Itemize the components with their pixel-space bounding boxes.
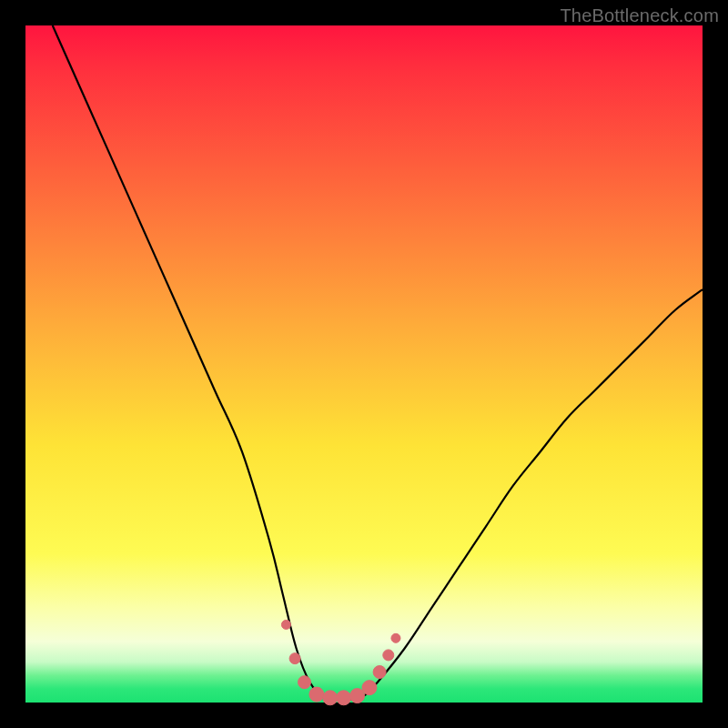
chart-plot-area [25,25,703,703]
curve-markers [281,620,400,704]
curve-marker [309,687,324,702]
curve-marker [373,666,386,679]
curve-marker [362,681,377,695]
watermark-text: TheBottleneck.com [560,5,719,26]
chart-svg [25,25,703,703]
curve-marker [281,620,290,629]
curve-marker [391,633,400,642]
curve-marker [337,691,351,705]
chart-frame: TheBottleneck.com [0,0,728,728]
curve-marker [298,676,311,689]
bottleneck-curve [53,25,703,700]
curve-marker [383,650,394,661]
curve-marker [323,691,338,705]
curve-marker [289,653,300,664]
